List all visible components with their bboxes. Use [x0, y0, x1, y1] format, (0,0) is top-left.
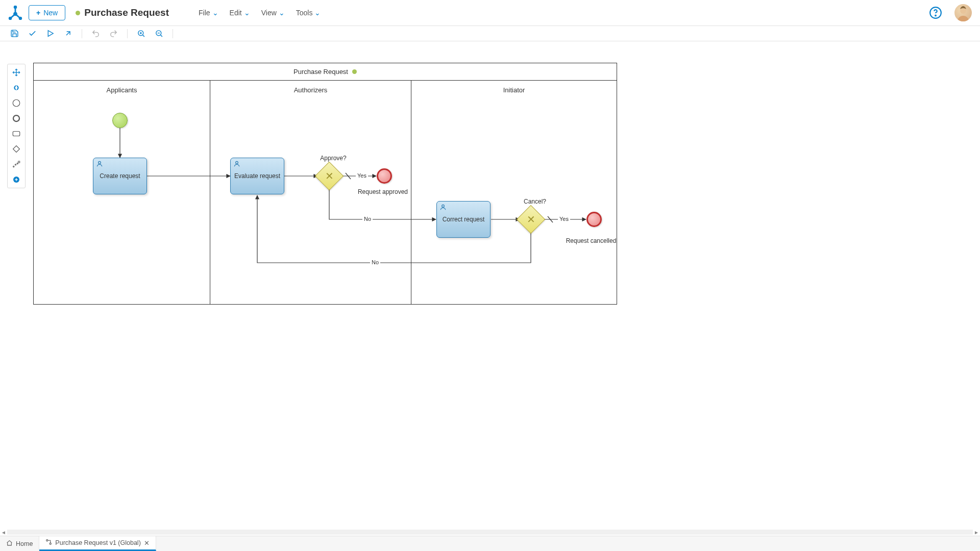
run-icon[interactable] — [46, 29, 55, 38]
chevron-down-icon: ⌄ — [279, 9, 285, 17]
top-menus: File⌄ Edit⌄ View⌄ Tools⌄ — [199, 9, 321, 17]
redo-icon[interactable] — [109, 29, 118, 38]
app-logo-icon — [8, 6, 22, 20]
separator — [82, 29, 82, 38]
menu-view[interactable]: View⌄ — [261, 9, 285, 17]
help-icon[interactable] — [929, 6, 942, 19]
zoom-out-icon[interactable] — [155, 29, 163, 38]
menu-label: File — [199, 9, 210, 17]
svg-marker-7 — [48, 31, 53, 36]
toolbar — [0, 26, 980, 41]
svg-line-13 — [160, 35, 162, 37]
new-button-label: New — [43, 9, 58, 17]
svg-point-3 — [14, 13, 17, 15]
validate-icon[interactable] — [28, 29, 37, 38]
menu-tools[interactable]: Tools⌄ — [296, 9, 321, 17]
svg-point-5 — [935, 15, 936, 16]
plus-icon: + — [36, 9, 40, 17]
page-title: Purchase Request — [84, 7, 169, 18]
export-icon[interactable] — [64, 29, 72, 38]
svg-point-0 — [14, 6, 16, 8]
chevron-down-icon: ⌄ — [212, 9, 218, 17]
chevron-down-icon: ⌄ — [244, 9, 250, 17]
svg-point-2 — [19, 17, 21, 19]
save-icon[interactable] — [10, 29, 19, 38]
undo-icon[interactable] — [91, 29, 100, 38]
svg-point-1 — [9, 17, 11, 19]
menu-edit[interactable]: Edit⌄ — [230, 9, 250, 17]
separator — [173, 29, 173, 38]
menu-file[interactable]: File⌄ — [199, 9, 218, 17]
menu-label: Edit — [230, 9, 242, 17]
separator — [127, 29, 128, 38]
user-avatar[interactable] — [954, 4, 972, 21]
chevron-down-icon: ⌄ — [314, 9, 321, 17]
title-wrap: Purchase Request — [76, 7, 169, 18]
menu-label: Tools — [296, 9, 313, 17]
svg-line-9 — [142, 35, 144, 37]
menu-bar: + New Purchase Request File⌄ Edit⌄ View⌄… — [0, 0, 980, 26]
zoom-in-icon[interactable] — [137, 29, 145, 38]
new-button[interactable]: + New — [29, 5, 65, 20]
menu-label: View — [261, 9, 277, 17]
status-dot-icon — [76, 11, 80, 15]
